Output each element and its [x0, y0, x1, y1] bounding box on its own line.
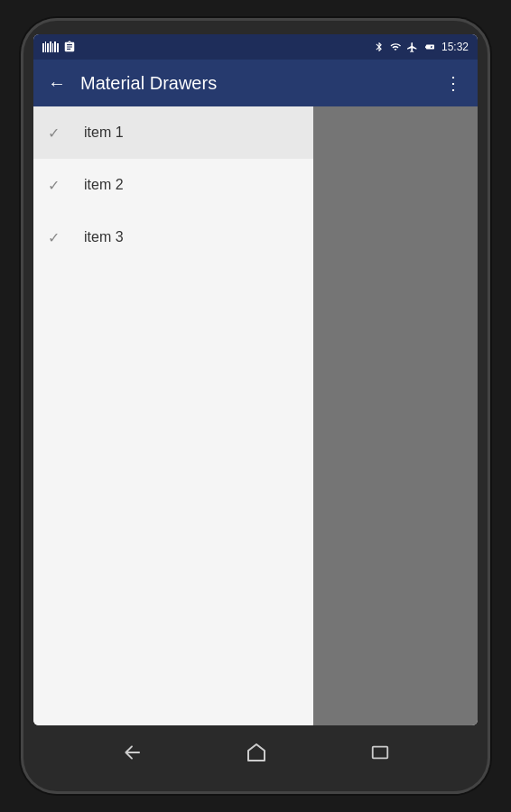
list-panel: ✓ item 1 ✓ item 2 ✓ item 3 — [33, 106, 313, 725]
item-label-1: item 1 — [84, 125, 124, 141]
svg-rect-4 — [373, 746, 388, 758]
checkmark-icon-2: ✓ — [48, 177, 66, 194]
item-label-2: item 2 — [84, 177, 124, 193]
checkmark-icon-1: ✓ — [48, 125, 66, 142]
device-frame: 15:32 ← Material Drawers ⋮ ✓ item 1 ✓ it… — [21, 18, 490, 794]
svg-rect-1 — [432, 46, 433, 48]
content-area: ✓ item 1 ✓ item 2 ✓ item 3 — [33, 106, 478, 725]
overlay-panel[interactable] — [313, 106, 478, 725]
nav-home-button[interactable] — [238, 734, 274, 775]
back-button[interactable]: ← — [48, 73, 66, 94]
nav-recents-button[interactable] — [363, 735, 397, 774]
list-item-3[interactable]: ✓ item 3 — [33, 211, 313, 263]
overflow-menu-button[interactable]: ⋮ — [444, 72, 463, 94]
recents-nav-icon — [370, 743, 390, 762]
screen: 15:32 ← Material Drawers ⋮ ✓ item 1 ✓ it… — [33, 34, 478, 725]
home-nav-icon — [246, 742, 267, 763]
nav-back-button[interactable] — [114, 736, 150, 773]
time-display: 15:32 — [441, 41, 469, 53]
battery-icon — [423, 42, 437, 52]
list-item-1[interactable]: ✓ item 1 — [33, 106, 313, 159]
item-label-3: item 3 — [84, 229, 124, 245]
list-item-2[interactable]: ✓ item 2 — [33, 159, 313, 211]
airplane-icon — [406, 42, 418, 53]
bottom-navigation — [33, 731, 478, 778]
back-nav-icon — [121, 743, 143, 761]
app-title: Material Drawers — [80, 73, 430, 94]
status-left-icons — [42, 41, 76, 53]
status-bar: 15:32 — [33, 34, 478, 60]
barcode-icon — [42, 42, 59, 52]
svg-rect-3 — [426, 46, 431, 48]
status-right-icons: 15:32 — [374, 41, 469, 53]
wifi-icon — [389, 42, 402, 52]
clipboard-icon — [63, 41, 76, 53]
bluetooth-icon — [374, 41, 385, 53]
app-bar: ← Material Drawers ⋮ — [33, 60, 478, 106]
checkmark-icon-3: ✓ — [48, 229, 66, 246]
